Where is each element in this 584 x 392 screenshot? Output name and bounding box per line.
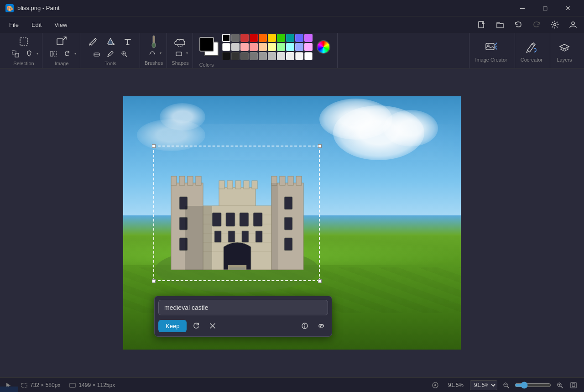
zoom-fit-button[interactable] [568, 380, 579, 390]
color-swatch-gray4[interactable] [250, 52, 258, 60]
fg-color-swatch[interactable] [199, 37, 214, 52]
select-opt1-button[interactable] [9, 49, 22, 59]
svg-rect-10 [54, 52, 57, 56]
color-swatch-gray3[interactable] [240, 52, 249, 60]
color-swatch-gray6[interactable] [268, 52, 276, 60]
select-opt2-button[interactable] [23, 49, 36, 59]
refresh-button[interactable] [189, 319, 203, 333]
svg-rect-49 [242, 231, 249, 242]
new-button[interactable] [474, 18, 489, 31]
color-swatch-peach[interactable] [259, 43, 267, 51]
image-flip-button[interactable] [47, 49, 60, 59]
main-canvas-area: Keep [0, 68, 584, 377]
svg-point-13 [108, 56, 109, 57]
color-swatch-gray7[interactable] [277, 52, 285, 60]
svg-rect-60 [271, 183, 278, 270]
svg-rect-63 [21, 383, 27, 387]
svg-rect-44 [226, 213, 235, 226]
canvas-size-text: 1499 × 1125px [78, 382, 115, 388]
keep-button[interactable]: Keep [158, 320, 187, 332]
color-swatch-gray1[interactable] [222, 52, 230, 60]
color-swatch-lightgreen[interactable] [277, 43, 285, 51]
color-swatch-lightyellow[interactable] [268, 43, 276, 51]
color-swatch-lightpurple[interactable] [304, 43, 313, 51]
settings-button[interactable] [548, 18, 562, 31]
svg-rect-38 [219, 181, 224, 189]
eyedropper-button[interactable] [104, 49, 117, 59]
color-swatch-lightcyan[interactable] [286, 43, 294, 51]
canvas-container[interactable]: Keep [123, 96, 461, 350]
color-swatch-white[interactable] [222, 43, 230, 51]
zoom-out-button[interactable] [501, 380, 511, 390]
open-button[interactable] [493, 18, 507, 31]
color-swatch-green[interactable] [277, 34, 285, 42]
eraser-button[interactable] [90, 49, 103, 59]
svg-rect-69 [571, 382, 576, 388]
ai-prompt-input[interactable] [158, 300, 328, 315]
shapes-chevron: ▾ [186, 51, 188, 55]
color-swatch-teal[interactable] [286, 34, 294, 42]
image-resize-button[interactable] [53, 35, 70, 48]
svg-rect-43 [212, 213, 221, 226]
color-swatch-black[interactable] [222, 34, 230, 42]
zoom-in-button[interactable] [555, 380, 565, 390]
color-swatch-gray9[interactable] [295, 52, 303, 60]
svg-rect-30 [188, 176, 193, 185]
brushes-label: Brushes [145, 60, 163, 66]
color-swatch-gray10[interactable] [304, 52, 313, 60]
minimize-button[interactable]: ─ [512, 2, 533, 15]
image-rotate-button[interactable] [61, 49, 73, 59]
menu-edit[interactable]: Edit [26, 20, 47, 30]
canvas-size: 1499 × 1125px [69, 382, 115, 388]
popup-info-button[interactable] [298, 319, 312, 333]
layers-button[interactable] [556, 39, 573, 56]
tools-label: Tools [104, 61, 116, 66]
svg-rect-59 [185, 206, 212, 270]
color-palette-button[interactable] [315, 39, 332, 55]
titlebar: 🎨 bliss.png - Paint ─ □ ✕ [0, 0, 584, 16]
select-chevron: ▾ [36, 52, 38, 56]
shape-opt-button[interactable] [172, 48, 185, 58]
zoom-slider[interactable] [515, 382, 551, 389]
popup-close-button[interactable] [206, 319, 219, 333]
color-swatch-yellow[interactable] [268, 34, 276, 42]
color-swatch-gray8[interactable] [286, 52, 294, 60]
color-swatch-lightpink[interactable] [240, 43, 249, 51]
color-swatch-gray5[interactable] [259, 52, 267, 60]
menu-view[interactable]: View [49, 20, 73, 30]
image-creator-button[interactable] [483, 39, 500, 56]
redo-button[interactable] [529, 18, 544, 31]
zoom-dropdown[interactable]: 91.5% 50% 75% 100% 150% 200% [470, 380, 497, 390]
pencil-button[interactable] [85, 35, 101, 48]
color-swatch-gray2[interactable] [231, 52, 240, 60]
color-swatch-darkred[interactable] [240, 34, 249, 42]
account-button[interactable] [566, 18, 580, 31]
color-swatch-purple[interactable] [304, 34, 313, 42]
app-icon: 🎨 [5, 4, 14, 12]
undo-button[interactable] [511, 18, 526, 31]
maximize-button[interactable]: □ [535, 2, 556, 15]
fill-button[interactable] [102, 35, 119, 48]
cocreator-button[interactable] [523, 39, 540, 56]
close-button[interactable]: ✕ [558, 2, 579, 15]
color-swatch-gray[interactable] [231, 34, 240, 42]
color-swatch-lightgray[interactable] [231, 43, 240, 51]
shape-cloud-button[interactable] [172, 36, 188, 48]
brush-button[interactable] [146, 36, 162, 48]
color-swatch-red[interactable] [250, 34, 258, 42]
image-label: Image [55, 61, 69, 66]
popup-link-button[interactable] [314, 319, 328, 333]
color-swatch-blue[interactable] [295, 34, 303, 42]
color-swatch-pink[interactable] [250, 43, 258, 51]
svg-rect-2 [479, 21, 484, 28]
svg-rect-48 [228, 231, 235, 242]
color-swatch-lightblue[interactable] [295, 43, 303, 51]
zoom-button[interactable] [118, 49, 130, 59]
popup-toolbar: Keep [154, 296, 332, 337]
brush-opt-button[interactable] [146, 48, 159, 58]
text-button[interactable] [120, 35, 136, 48]
select-rect-button[interactable] [16, 35, 32, 48]
menu-file[interactable]: File [4, 20, 24, 30]
color-swatch-orange[interactable] [259, 34, 267, 42]
right-tools: Image Creator Cocreator Lay [469, 33, 579, 68]
